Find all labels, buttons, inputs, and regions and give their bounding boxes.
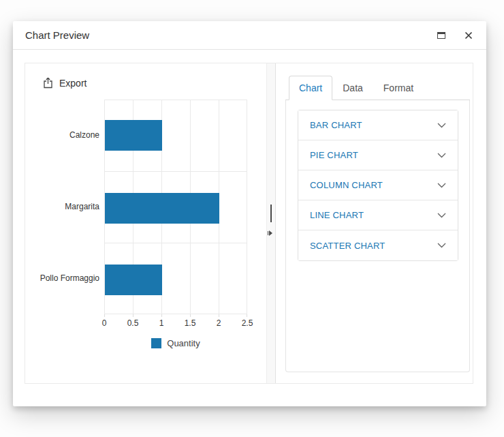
pane-splitter[interactable]: [267, 63, 276, 383]
x-tick-label: 0.5: [119, 318, 146, 328]
gridline: [247, 100, 247, 314]
accordion-item-label: COLUMN CHART: [310, 180, 383, 190]
bar-margarita: [105, 193, 219, 224]
legend-swatch: [151, 338, 161, 348]
tab-format[interactable]: Format: [373, 76, 424, 100]
x-tick-label: 1: [148, 318, 175, 328]
axis-tick: [190, 314, 191, 317]
export-label: Export: [59, 78, 86, 89]
accordion-item-scatter-chart[interactable]: SCATTER CHART: [298, 230, 458, 260]
export-button[interactable]: Export: [43, 77, 86, 89]
dialog-titlebar: Chart Preview: [13, 21, 486, 50]
close-button[interactable]: [463, 30, 474, 41]
maximize-icon: [437, 32, 445, 39]
axis-tick: [133, 314, 133, 317]
accordion-item-label: BAR CHART: [310, 120, 362, 130]
settings-tabs: Chart Data Format: [285, 76, 470, 100]
maximize-button[interactable]: [436, 31, 447, 40]
chevron-down-icon: [437, 183, 446, 188]
category-label: Pollo Formaggio: [25, 273, 99, 283]
axis-tick: [219, 314, 219, 317]
legend-label: Quantity: [167, 338, 200, 348]
gridline: [104, 100, 247, 100]
chart-type-accordion: BAR CHART PIE CHART COLUMN CHART: [298, 110, 458, 261]
split-container: Export Calzone Margarita Pollo Formaggio: [25, 63, 473, 384]
close-icon: [464, 31, 473, 40]
x-tick-label: 2: [205, 318, 232, 328]
chevron-down-icon: [437, 153, 446, 158]
bar-calzone: [105, 120, 162, 151]
accordion-item-column-chart[interactable]: COLUMN CHART: [298, 170, 458, 200]
x-tick-label: 1.5: [176, 318, 204, 328]
accordion-item-pie-chart[interactable]: PIE CHART: [298, 140, 458, 170]
axis-line: [104, 314, 247, 314]
accordion-item-label: LINE CHART: [310, 210, 364, 220]
tab-data[interactable]: Data: [332, 76, 373, 100]
chart-preview-pane: Export Calzone Margarita Pollo Formaggio: [25, 63, 267, 383]
accordion-item-label: PIE CHART: [310, 150, 358, 160]
chart-legend: Quantity: [104, 338, 247, 348]
accordion-item-label: SCATTER CHART: [310, 241, 385, 251]
accordion-item-bar-chart[interactable]: BAR CHART: [298, 110, 458, 140]
bar-chart-plot: [104, 100, 247, 314]
splitter-collapse-arrow-icon[interactable]: [269, 230, 272, 236]
chevron-down-icon: [437, 123, 446, 128]
accordion-item-line-chart[interactable]: LINE CHART: [298, 200, 458, 230]
export-icon: [43, 77, 53, 89]
tab-chart[interactable]: Chart: [289, 76, 332, 100]
gridline: [104, 243, 247, 243]
dialog-title: Chart Preview: [25, 29, 89, 41]
chevron-down-icon: [437, 243, 446, 248]
category-label: Margarita: [25, 202, 99, 211]
chart-preview-dialog: Chart Preview Export Calzo: [13, 21, 486, 406]
axis-tick: [161, 314, 162, 317]
splitter-drag-handle[interactable]: [270, 205, 272, 222]
chart-tab-panel: BAR CHART PIE CHART COLUMN CHART: [285, 100, 470, 372]
gridline: [104, 171, 247, 172]
x-tick-label: 2.5: [234, 318, 261, 328]
chevron-down-icon: [437, 213, 446, 218]
chart-settings-pane: Chart Data Format BAR CHART PIE CHART: [276, 63, 473, 383]
axis-tick: [104, 314, 105, 317]
category-label: Calzone: [25, 130, 99, 140]
x-tick-label: 0: [91, 318, 118, 328]
axis-tick: [247, 314, 247, 317]
bar-pollo-formaggio: [105, 265, 162, 295]
